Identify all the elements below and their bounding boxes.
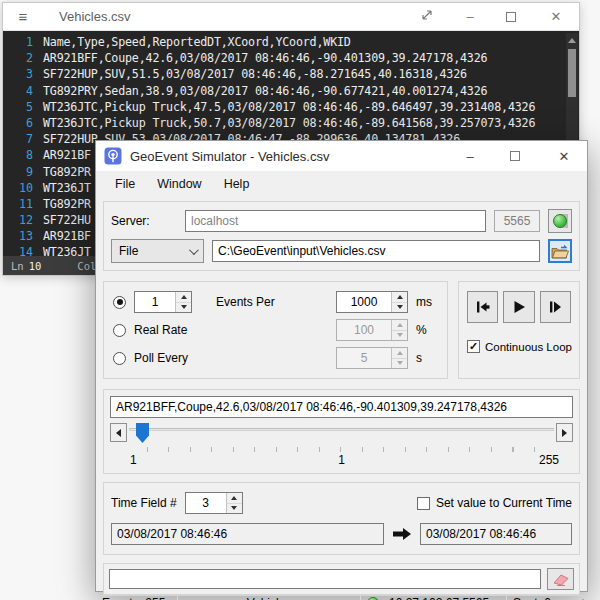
- stepper-up-icon[interactable]: [176, 292, 191, 302]
- close-button[interactable]: ✕: [549, 9, 563, 24]
- slider-mid-label: 1: [338, 453, 345, 467]
- maximize-button[interactable]: [506, 12, 520, 22]
- minimize-button[interactable]: –: [463, 149, 477, 164]
- clear-button[interactable]: [547, 568, 574, 590]
- menu-window[interactable]: Window: [146, 173, 212, 195]
- browse-file-button[interactable]: [548, 239, 572, 263]
- feed-name: Vehicles: [247, 596, 292, 600]
- simulator-statusbar: Events: 255 Vehicles 10.27.102.67:5565 S…: [96, 595, 587, 600]
- poll-unit-label: s: [416, 351, 438, 365]
- progress-group: [103, 563, 580, 595]
- slider-min-label: 1: [130, 453, 137, 467]
- menu-file[interactable]: File: [104, 173, 146, 195]
- maps-to-arrow-icon: [392, 527, 412, 541]
- editor-titlebar: ≡ Vehicles.csv – ✕: [3, 3, 579, 31]
- events-per-label: Events Per: [216, 295, 275, 309]
- editor-line: 6WT236JTC,Pickup Truck,50.7,03/08/2017 0…: [3, 115, 579, 131]
- poll-stepper: 5: [336, 347, 408, 369]
- slider-max-label: 255: [539, 453, 559, 467]
- stepper-down-icon[interactable]: [176, 302, 191, 313]
- close-button[interactable]: ✕: [557, 149, 571, 164]
- maximize-icon: [510, 151, 520, 161]
- minimize-button[interactable]: –: [463, 9, 477, 24]
- server-host-field[interactable]: localhost: [185, 210, 486, 232]
- menu-help[interactable]: Help: [213, 173, 261, 195]
- sent-count: Sent: 0: [513, 596, 551, 600]
- editor-line: 5WT236JTC,Pickup Truck,47.5,03/08/2017 0…: [3, 99, 579, 115]
- play-button[interactable]: [503, 291, 534, 323]
- maximize-button[interactable]: [510, 151, 524, 161]
- step-forward-button[interactable]: [540, 291, 571, 323]
- poll-every-label: Poll Every: [134, 351, 188, 365]
- connect-button[interactable]: [548, 209, 572, 233]
- editor-line: 4TG892PRY,Sedan,38.9,03/08/2017 08:46:46…: [3, 83, 579, 99]
- geoevent-app-icon: [104, 147, 122, 165]
- skip-to-start-button[interactable]: [467, 291, 498, 323]
- chevron-down-icon: [189, 245, 199, 255]
- event-count-stepper[interactable]: 1: [134, 291, 192, 313]
- playback-group: ✓ Continuous Loop: [458, 281, 580, 379]
- rate-playback-row: 1 Events Per 1000 ms Real Rate 100 %: [103, 281, 580, 379]
- play-icon: [510, 298, 528, 316]
- rate-group: 1 Events Per 1000 ms Real Rate 100 %: [103, 281, 448, 379]
- skip-to-start-icon: [474, 298, 492, 316]
- scrollbar-thumb[interactable]: [568, 49, 576, 97]
- open-folder-icon: [551, 244, 569, 259]
- server-label: Server:: [111, 214, 177, 228]
- editor-window-title: Vehicles.csv: [59, 9, 420, 24]
- current-event-field[interactable]: AR921BFF,Coupe,42.6,03/08/2017 08:46:46,…: [110, 396, 573, 418]
- time-field-label: Time Field #: [111, 496, 177, 510]
- connection-dot-icon: [367, 597, 383, 600]
- real-rate-stepper: 100: [336, 319, 408, 341]
- time-from-field[interactable]: 03/08/2017 08:46:46: [111, 523, 384, 545]
- editor-line: 2AR921BFF,Coupe,42.6,03/08/2017 08:46:46…: [3, 50, 579, 66]
- editor-line: 1Name,Type,Speed,ReportedDT,XCoord,YCoor…: [3, 34, 579, 50]
- stepper-up-icon[interactable]: [392, 292, 407, 302]
- time-field-stepper[interactable]: 3: [185, 492, 243, 514]
- step-forward-icon: [546, 298, 564, 316]
- slider-track[interactable]: [129, 428, 554, 431]
- event-preview-group: AR921BFF,Coupe,42.6,03/08/2017 08:46:46,…: [103, 389, 580, 474]
- event-slider[interactable]: [129, 423, 554, 445]
- real-rate-label: Real Rate: [134, 323, 187, 337]
- slider-ticks: [147, 447, 536, 452]
- events-per-radio[interactable]: [113, 296, 126, 309]
- time-to-field[interactable]: 03/08/2017 08:46:46: [420, 523, 572, 545]
- continuous-loop-label: Continuous Loop: [485, 341, 572, 353]
- menubar: File Window Help: [96, 171, 587, 197]
- continuous-loop-checkbox[interactable]: ✓: [467, 340, 480, 353]
- source-type-select[interactable]: File: [111, 239, 204, 263]
- editor-line: 3SF722HUP,SUV,51.5,03/08/2017 08:46:46,-…: [3, 66, 579, 82]
- slider-thumb[interactable]: [136, 423, 149, 443]
- set-current-time-label: Set value to Current Time: [436, 496, 572, 510]
- simulator-window-title: GeoEvent Simulator - Vehicles.csv: [130, 149, 463, 164]
- simulator-titlebar: GeoEvent Simulator - Vehicles.csv – ✕: [96, 141, 587, 171]
- stepper-down-icon[interactable]: [227, 503, 242, 514]
- column-indicator-label: Col: [77, 260, 96, 272]
- interval-unit-label: ms: [416, 295, 438, 309]
- stepper-up-icon[interactable]: [227, 493, 242, 503]
- file-path-field[interactable]: C:\GeoEvent\input\Vehicles.csv: [212, 240, 540, 262]
- slider-right-arrow[interactable]: [556, 423, 573, 442]
- hamburger-menu-icon[interactable]: ≡: [3, 8, 43, 25]
- maximize-icon: [506, 12, 516, 22]
- connection-status-icon: [553, 214, 567, 228]
- time-field-group: Time Field # 3 Set value to Current Time…: [103, 482, 580, 555]
- slider-left-arrow[interactable]: [110, 423, 127, 442]
- server-port-field[interactable]: 5565: [494, 210, 540, 232]
- line-indicator-label: Ln: [11, 260, 24, 272]
- poll-every-radio[interactable]: [113, 352, 126, 365]
- real-rate-unit-label: %: [416, 323, 438, 337]
- interval-stepper[interactable]: 1000: [336, 291, 408, 313]
- progress-field: [109, 569, 541, 589]
- server-group: Server: localhost 5565 File C:\GeoEvent\…: [103, 201, 580, 271]
- stepper-down-icon[interactable]: [392, 302, 407, 313]
- scroll-up-icon[interactable]: [566, 33, 578, 47]
- line-indicator-value: 10: [29, 260, 42, 272]
- endpoint-address: 10.27.102.67:5565: [389, 596, 489, 600]
- eraser-icon: [552, 573, 570, 586]
- set-current-time-checkbox[interactable]: [417, 497, 430, 510]
- real-rate-radio[interactable]: [113, 324, 126, 337]
- events-count: Events: 255: [102, 596, 165, 600]
- restore-diagonal-icon[interactable]: [420, 9, 434, 24]
